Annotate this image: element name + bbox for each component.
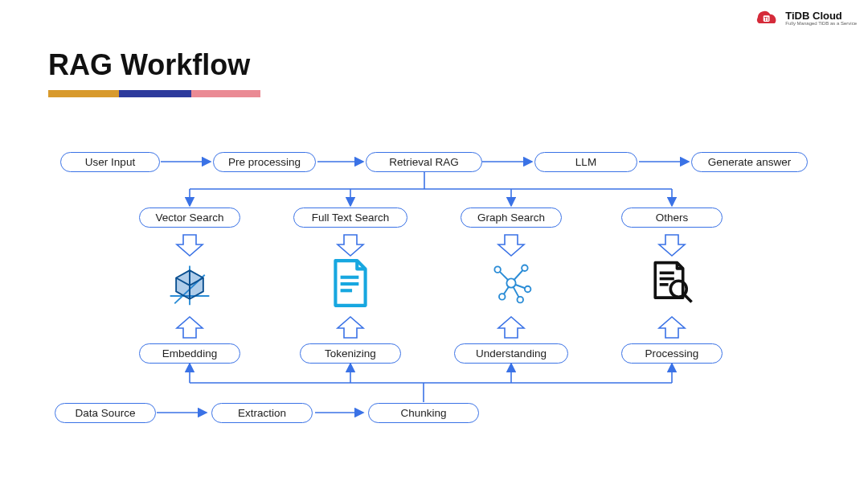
- svg-point-35: [499, 294, 506, 300]
- node-llm: LLM: [534, 152, 637, 172]
- node-retrieval-rag: Retrieval RAG: [366, 152, 482, 172]
- node-vector-search: Vector Search: [139, 208, 240, 228]
- node-tokenizing: Tokenizing: [300, 343, 401, 364]
- svg-point-31: [506, 278, 515, 287]
- node-others: Others: [621, 208, 723, 228]
- svg-point-32: [494, 266, 501, 273]
- svg-point-34: [525, 286, 531, 293]
- document-search-icon: [648, 257, 698, 309]
- node-generate: Generate answer: [691, 152, 808, 172]
- svg-point-36: [518, 297, 524, 303]
- svg-line-41: [685, 295, 692, 302]
- diagram-canvas: User Input Pre processing Retrieval RAG …: [0, 0, 868, 489]
- node-chunking: Chunking: [368, 403, 479, 423]
- text-document-icon: [328, 257, 373, 310]
- node-pre-processing: Pre processing: [213, 152, 316, 172]
- cube-3d-icon: [166, 260, 214, 308]
- node-understanding: Understanding: [454, 343, 568, 364]
- node-extraction: Extraction: [211, 403, 313, 423]
- graph-nodes-icon: [485, 257, 537, 309]
- node-graph-search: Graph Search: [461, 208, 562, 228]
- node-data-source: Data Source: [55, 403, 156, 423]
- node-embedding: Embedding: [139, 343, 240, 364]
- node-user-input: User Input: [60, 152, 160, 172]
- node-full-text-search: Full Text Search: [293, 208, 407, 228]
- svg-point-33: [522, 265, 528, 272]
- node-processing: Processing: [621, 343, 723, 364]
